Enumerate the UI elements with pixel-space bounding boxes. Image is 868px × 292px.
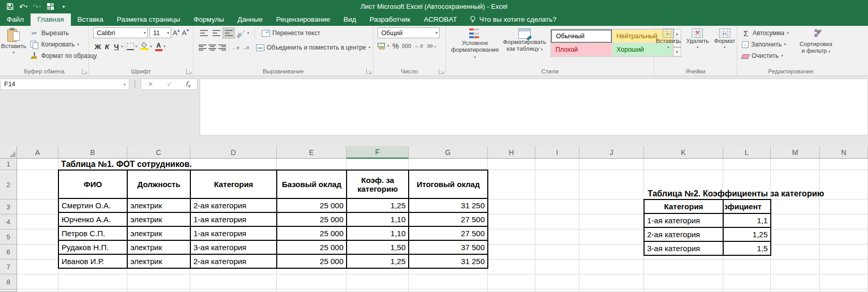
cell-M7[interactable] [771,259,820,274]
cell-J1[interactable] [579,159,644,170]
t1-cell-r5c5[interactable]: 1,25 [347,254,409,268]
paste-dropdown-icon[interactable]: ▾ [13,51,15,55]
t2-cell-r1c1[interactable]: 1-ая категория [644,213,723,227]
autosum-button[interactable]: ΣАвтосумма▾ [740,27,790,39]
cell-H[interactable] [488,289,535,292]
t1-cell-r2c1[interactable]: Юрченко А.А. [58,212,127,226]
autosum-dropdown-icon[interactable]: ▾ [787,31,789,35]
number-dialog-launcher-icon[interactable] [439,69,444,74]
t1-cell-r4c5[interactable]: 1,50 [347,240,409,254]
cell-H7[interactable] [488,259,535,274]
cell-L1[interactable] [723,159,771,170]
redo-button[interactable]: ↷▾ [31,2,42,12]
t1-cell-r4c1[interactable]: Рудаков Н.П. [58,240,127,254]
cell-G[interactable] [409,289,488,292]
align-middle-icon[interactable] [210,27,222,39]
t1-cell-r2c2[interactable]: электрик [127,212,190,226]
t1-header-total-salary[interactable]: Итоговый оклад [409,170,488,198]
font-size-combo[interactable]: 11▾ [149,27,171,38]
insert-cells-dropdown-icon[interactable]: ▾ [667,45,669,50]
alignment-dialog-launcher-icon[interactable] [366,69,371,74]
tell-me-box[interactable]: Что вы хотите сделать? [463,16,562,26]
accounting-format-icon[interactable] [378,43,386,50]
fill-button[interactable]: ↓Заполнить▾ [740,39,790,50]
insert-cells-button[interactable]: ← Вставить▾ [654,27,683,66]
cell-M5[interactable] [771,229,820,244]
t1-cell-r1c6[interactable]: 31 250 [409,198,488,212]
sort-filter-dropdown-icon[interactable]: ▾ [829,50,831,53]
delete-cells-dropdown-icon[interactable]: ▾ [697,45,699,50]
fill-color-dropdown-icon[interactable]: ▾ [150,44,152,49]
formula-bar-drag-handle[interactable] [134,81,136,88]
column-header-H[interactable]: H [488,146,535,159]
column-header-M[interactable]: M [771,146,820,159]
tab-page-layout[interactable]: Разметка страницы [110,13,187,26]
underline-button[interactable]: Ч [112,43,121,51]
row-header-6[interactable]: 6 [0,244,17,259]
cell-I2[interactable] [535,170,579,199]
row-header-3[interactable]: 3 [0,199,17,214]
cell-H8[interactable] [488,274,535,289]
comma-style-icon[interactable]: 000 [402,43,411,49]
cell-I8[interactable] [535,274,579,289]
delete-cells-button[interactable]: ✕ Удалить▾ [684,27,711,66]
fill-dropdown-icon[interactable]: ▾ [784,42,786,47]
t1-cell-r1c5[interactable]: 1,25 [347,198,409,212]
t1-cell-r3c1[interactable]: Петров С.П. [58,226,127,240]
cell-A2[interactable] [17,170,58,199]
cell-N7[interactable] [820,259,868,274]
t1-cell-r4c4[interactable]: 25 000 [277,240,347,254]
wrap-text-button[interactable]: Перенести текст [260,27,322,39]
t1-cell-r5c4[interactable]: 25 000 [277,254,347,268]
cell-B8[interactable] [58,274,127,289]
column-header-F[interactable]: F [347,146,409,159]
column-header-J[interactable]: J [579,146,644,159]
copy-button[interactable]: Копировать▾ [28,39,99,50]
t1-cell-r1c2[interactable]: электрик [127,198,190,212]
cell-N5[interactable] [820,229,868,244]
cell-J[interactable] [579,289,644,292]
tab-file[interactable]: Файл [0,13,31,26]
cell-H6[interactable] [488,244,535,259]
cell-K7[interactable] [644,259,723,274]
clipboard-dialog-launcher-icon[interactable] [82,69,87,74]
undo-dropdown-icon[interactable]: ▾ [26,5,28,9]
cell-F[interactable] [347,289,409,292]
cell-L7[interactable] [723,259,771,274]
column-header-G[interactable]: G [409,146,488,159]
select-all-corner[interactable] [0,146,17,159]
increase-font-icon[interactable]: A▲ [173,29,181,37]
t2-header-category[interactable]: Категория [644,199,723,213]
orientation-icon[interactable]: ab→ [235,27,247,39]
cell-M1[interactable] [771,159,820,170]
cell-I4[interactable] [535,214,579,229]
cell-N1[interactable] [820,159,868,170]
cell-H5[interactable] [488,229,535,244]
row-header-8[interactable]: 8 [0,274,17,289]
cell-J3[interactable] [579,199,644,214]
tab-formulas[interactable]: Формулы [187,13,231,26]
t1-cell-r3c5[interactable]: 1,10 [347,226,409,240]
cell-N6[interactable] [820,244,868,259]
font-family-combo[interactable]: Calibri▾ [93,27,148,38]
cell-J5[interactable] [579,229,644,244]
format-painter-button[interactable]: Формат по образцу [28,50,99,62]
borders-dropdown-icon[interactable]: ▾ [136,44,138,49]
tab-home[interactable]: Главная [31,13,70,26]
t1-header-coef[interactable]: Коэф. закатегорию [347,170,409,198]
conditional-formatting-dropdown-icon[interactable]: ▾ [474,55,476,59]
cut-button[interactable]: ✂Вырезать [28,27,99,39]
t1-cell-r3c4[interactable]: 25 000 [277,226,347,240]
increase-decimal-icon[interactable]: ←.0 [414,43,423,49]
tab-acrobat[interactable]: ACROBAT [417,13,463,26]
align-center-icon[interactable] [207,42,217,53]
formula-input[interactable] [200,79,868,135]
confirm-entry-icon[interactable]: ✓ [167,81,172,88]
tab-data[interactable]: Данные [231,13,270,26]
cell-J8[interactable] [579,274,644,289]
cell-H1[interactable] [488,159,535,170]
cell-I5[interactable] [535,229,579,244]
conditional-formatting-button[interactable]: Условное форматирование ▾ [449,27,501,62]
cell-H3[interactable] [488,199,535,214]
t1-cell-r5c2[interactable]: электрик [127,254,190,268]
